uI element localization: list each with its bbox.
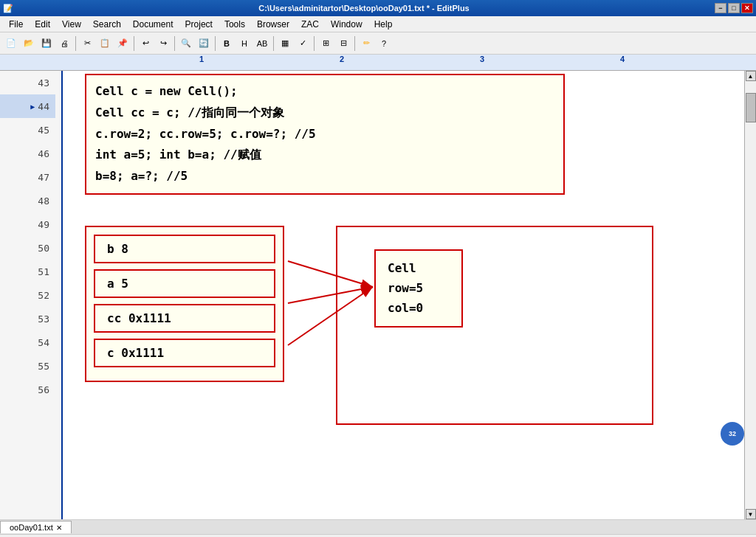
menu-item-browser[interactable]: Browser bbox=[251, 18, 295, 31]
menu-item-view[interactable]: View bbox=[56, 18, 87, 31]
minimize-button[interactable]: − bbox=[715, 3, 726, 13]
line-number-44: 44 bbox=[0, 94, 55, 118]
editor-content[interactable]: Cell c = new Cell(); Cell cc = c; //指向同一… bbox=[63, 71, 744, 519]
toolbar: 📄 📂 💾 🖨 ✂ 📋 📌 ↩ ↪ 🔍 🔄 B H AB ▦ ✓ ⊞ ⊟ ✏ ? bbox=[0, 32, 756, 55]
line-number-49: 49 bbox=[0, 212, 55, 236]
menu-item-file[interactable]: File bbox=[3, 18, 29, 31]
cell-line-2: row=5 bbox=[388, 278, 450, 298]
grid-button[interactable]: ▦ bbox=[277, 35, 293, 52]
menu-item-project[interactable]: Project bbox=[179, 18, 219, 31]
menu-item-document[interactable]: Document bbox=[127, 18, 179, 31]
scroll-down-arrow[interactable]: ▼ bbox=[746, 509, 756, 519]
variable-box-cc: cc 0x1111 bbox=[94, 304, 275, 333]
menu-item-window[interactable]: Window bbox=[325, 18, 368, 31]
save-button[interactable]: 💾 bbox=[38, 35, 55, 52]
paste-button[interactable]: 📌 bbox=[114, 35, 131, 52]
ruler: 1234 bbox=[0, 55, 756, 71]
code-line-4: int a=5; int b=a; //赋值 bbox=[95, 145, 554, 166]
print-button[interactable]: 🖨 bbox=[56, 35, 72, 52]
line-number-48: 48 bbox=[0, 189, 55, 212]
scroll-up-arrow[interactable]: ▲ bbox=[746, 71, 756, 81]
check-button[interactable]: ✓ bbox=[295, 35, 311, 52]
h-button[interactable]: H bbox=[236, 35, 252, 52]
cut-button[interactable]: ✂ bbox=[79, 35, 95, 52]
menu-item-zac[interactable]: ZAC bbox=[295, 18, 325, 31]
line-number-53: 53 bbox=[0, 307, 55, 330]
ruler-mark-1: 1 bbox=[199, 55, 204, 63]
search-button[interactable]: 🔍 bbox=[178, 35, 194, 52]
cell-inner-box: Cell row=5 col=0 bbox=[374, 249, 463, 328]
title-bar-controls: − □ ✕ bbox=[715, 3, 753, 13]
cell-line-3: col=0 bbox=[388, 298, 450, 318]
variable-box-a: a 5 bbox=[94, 269, 275, 298]
file-tab[interactable]: ooDay01.txt ✕ bbox=[0, 521, 72, 533]
menu-bar: FileEditViewSearchDocumentProjectToolsBr… bbox=[0, 16, 756, 32]
title-bar: 📝 C:\Users\adminitartor\Desktop\ooDay01.… bbox=[0, 0, 756, 16]
copy-button[interactable]: 📋 bbox=[97, 35, 113, 52]
close-button[interactable]: ✕ bbox=[741, 3, 753, 13]
ruler-mark-3: 3 bbox=[480, 55, 484, 63]
line-number-45: 45 bbox=[0, 118, 55, 142]
separator7 bbox=[354, 36, 355, 51]
cell-line-1: Cell bbox=[388, 258, 450, 278]
editor-container: 4344454647484950515253545556 Cell c = ne… bbox=[0, 71, 756, 519]
separator5 bbox=[273, 36, 274, 51]
undo-button[interactable]: ↩ bbox=[137, 35, 154, 52]
ruler-marks: 1234 bbox=[63, 55, 742, 71]
redo-button[interactable]: ↪ bbox=[155, 35, 171, 52]
scroll-thumb[interactable] bbox=[746, 93, 756, 122]
menu-item-search[interactable]: Search bbox=[87, 18, 127, 31]
line-number-51: 51 bbox=[0, 260, 55, 283]
scroll-indicator: 32 bbox=[721, 422, 744, 446]
code-annotation-box: Cell c = new Cell(); Cell cc = c; //指向同一… bbox=[85, 74, 565, 195]
line-number-55: 55 bbox=[0, 354, 55, 378]
separator1 bbox=[75, 36, 76, 51]
highlight-button[interactable]: ✏ bbox=[358, 35, 374, 52]
code-line-2: Cell cc = c; //指向同一个对象 bbox=[95, 103, 554, 124]
line-number-52: 52 bbox=[0, 283, 55, 307]
separator4 bbox=[215, 36, 216, 51]
scrollbar-vertical[interactable]: ▲ ▼ bbox=[744, 71, 756, 519]
ab-button[interactable]: AB bbox=[254, 35, 270, 52]
new-button[interactable]: 📄 bbox=[3, 35, 19, 52]
menu-item-help[interactable]: Help bbox=[368, 18, 399, 31]
variable-box-b: b 8 bbox=[94, 235, 275, 263]
replace-button[interactable]: 🔄 bbox=[196, 35, 212, 52]
bold-button[interactable]: B bbox=[219, 35, 235, 52]
file-tab-label: ooDay01.txt bbox=[10, 523, 53, 532]
menu-item-tools[interactable]: Tools bbox=[219, 18, 251, 31]
line-number-56: 56 bbox=[0, 378, 55, 401]
line-number-43: 43 bbox=[0, 71, 55, 94]
cell-object-box: Cell row=5 col=0 bbox=[336, 226, 653, 425]
col-button[interactable]: ⊞ bbox=[317, 35, 334, 52]
line-number-54: 54 bbox=[0, 330, 55, 354]
help-button[interactable]: ? bbox=[376, 35, 392, 52]
line-number-46: 46 bbox=[0, 142, 55, 165]
ruler-mark-4: 4 bbox=[620, 55, 625, 63]
maximize-button[interactable]: □ bbox=[728, 3, 740, 13]
variable-box-c: c 0x1111 bbox=[94, 339, 275, 367]
line-numbers: 4344454647484950515253545556 bbox=[0, 71, 63, 519]
variable-container: b 8a 5cc 0x1111c 0x1111 bbox=[85, 226, 284, 382]
app-icon: 📝 bbox=[3, 4, 13, 13]
line-number-47: 47 bbox=[0, 165, 55, 189]
tab-icon: ✕ bbox=[56, 524, 62, 532]
ruler-mark-2: 2 bbox=[340, 55, 344, 63]
title-bar-title: C:\Users\adminitartor\Desktop\ooDay01.tx… bbox=[13, 4, 715, 13]
open-button[interactable]: 📂 bbox=[21, 35, 37, 52]
menu-item-edit[interactable]: Edit bbox=[29, 18, 56, 31]
line-number-50: 50 bbox=[0, 236, 55, 260]
code-line-5: b=8; a=?; //5 bbox=[95, 166, 554, 187]
tab-bar: ooDay01.txt ✕ bbox=[0, 519, 756, 534]
code-line-1: Cell c = new Cell(); bbox=[95, 81, 554, 103]
code-line-3: c.row=2; cc.row=5; c.row=?; //5 bbox=[95, 124, 554, 145]
separator6 bbox=[314, 36, 315, 51]
separator2 bbox=[134, 36, 134, 51]
row-button[interactable]: ⊟ bbox=[335, 35, 351, 52]
separator3 bbox=[174, 36, 175, 51]
status-bar: For Help, press F1 In 44 col 1 581 00 PC… bbox=[0, 534, 756, 537]
